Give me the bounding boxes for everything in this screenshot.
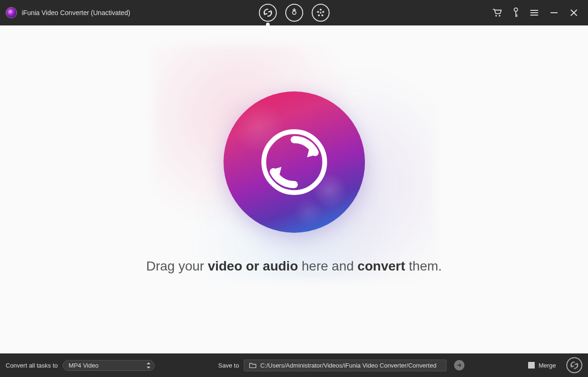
- svg-point-0: [292, 11, 296, 14]
- drop-text-segment: here and: [298, 259, 357, 273]
- mode-convert-button[interactable]: [259, 4, 277, 22]
- refresh-arrows-icon: [254, 122, 334, 202]
- folder-icon: [249, 362, 257, 369]
- drop-text-segment: Drag your: [146, 259, 208, 273]
- output-format-value: MP4 Video: [69, 362, 99, 369]
- drop-area[interactable]: Drag your video or audio here and conver…: [0, 25, 588, 353]
- titlebar-right: [492, 8, 588, 18]
- output-format-select[interactable]: MP4 Video: [63, 360, 155, 371]
- open-folder-button[interactable]: [454, 360, 464, 370]
- arrow-right-icon: [456, 362, 462, 368]
- hamburger-icon: [530, 8, 539, 17]
- drop-instruction-text: Drag your video or audio here and conver…: [146, 259, 442, 274]
- close-icon: [569, 8, 579, 17]
- svg-point-10: [264, 131, 324, 192]
- menu-button[interactable]: [530, 8, 539, 17]
- cart-icon: [492, 8, 502, 18]
- svg-point-2: [319, 9, 321, 11]
- merge-checkbox[interactable]: Merge: [528, 362, 556, 369]
- svg-point-4: [321, 14, 323, 16]
- convert-icon: [263, 8, 273, 18]
- mode-download-button[interactable]: [285, 4, 303, 22]
- save-path-value: C:/Users/Administrator/Videos/iFunia Vid…: [260, 362, 437, 369]
- footer-bar: Convert all tasks to MP4 Video Save to C…: [0, 353, 588, 377]
- convert-all-label: Convert all tasks to: [6, 362, 58, 369]
- app-title: iFunia Video Converter (Unactivated): [22, 9, 130, 16]
- drop-text-segment: them.: [405, 259, 442, 273]
- drop-circle[interactable]: [224, 91, 365, 233]
- svg-point-1: [320, 12, 322, 14]
- minimize-button[interactable]: [549, 8, 559, 17]
- svg-point-6: [317, 11, 319, 13]
- svg-point-9: [514, 8, 517, 11]
- app-logo-icon: [6, 7, 17, 18]
- close-button[interactable]: [569, 8, 579, 17]
- film-reel-icon: [315, 8, 326, 18]
- mode-dvd-button[interactable]: [312, 4, 330, 22]
- drop-text-bold: convert: [357, 259, 405, 273]
- titlebar: iFunia Video Converter (Unactivated): [0, 0, 588, 25]
- titlebar-left: iFunia Video Converter (Unactivated): [0, 7, 130, 18]
- mode-switcher: [259, 4, 330, 22]
- svg-point-8: [499, 15, 500, 16]
- cart-button[interactable]: [492, 8, 502, 18]
- save-to-label: Save to: [218, 362, 239, 369]
- checkbox-icon: [528, 362, 535, 369]
- convert-icon: [570, 361, 579, 370]
- register-button[interactable]: [513, 8, 519, 18]
- drop-text-bold: video or audio: [208, 259, 298, 273]
- start-convert-button[interactable]: [566, 357, 582, 373]
- svg-point-3: [322, 11, 324, 13]
- key-icon: [513, 8, 519, 18]
- minimize-icon: [549, 8, 559, 17]
- svg-point-7: [496, 15, 497, 16]
- save-path-field[interactable]: C:/Users/Administrator/Videos/iFunia Vid…: [244, 360, 447, 371]
- merge-label: Merge: [538, 362, 556, 369]
- svg-point-5: [318, 14, 320, 16]
- download-disc-icon: [289, 8, 299, 18]
